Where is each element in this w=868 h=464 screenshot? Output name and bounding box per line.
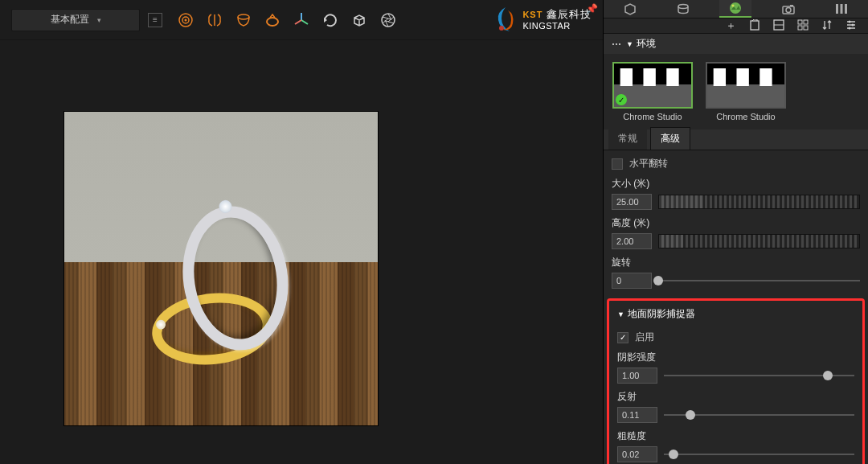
- svg-rect-17: [836, 4, 838, 14]
- svg-rect-23: [798, 20, 802, 24]
- reflect-slider[interactable]: [664, 409, 854, 421]
- tab-environment[interactable]: [719, 0, 751, 18]
- height-bar[interactable]: [658, 234, 860, 248]
- svg-point-10: [499, 26, 504, 31]
- rotate-label: 旋转: [612, 256, 860, 269]
- svg-rect-16: [790, 5, 793, 6]
- render-output: [64, 112, 378, 425]
- flip-checkbox[interactable]: [612, 158, 623, 170]
- strength-input[interactable]: 1.00: [617, 368, 657, 384]
- size-bar[interactable]: [658, 195, 860, 209]
- svg-line-6: [301, 20, 308, 24]
- scan-icon[interactable]: [773, 19, 784, 33]
- axis-icon[interactable]: [293, 11, 310, 29]
- strength-label: 阴影强度: [617, 351, 854, 364]
- tab-scene[interactable]: [614, 0, 646, 18]
- svg-line-7: [295, 20, 301, 24]
- add-icon[interactable]: ＋: [726, 18, 736, 33]
- svg-point-31: [852, 23, 854, 26]
- chevron-down-icon: ▾: [97, 16, 101, 24]
- environment-thumbnails: ✓ Chrome Studio Chrome Studio: [604, 54, 868, 129]
- top-toolbar: 基本配置 ▾ ≡ 📌 KST 鑫辰科技 KINGSTAR: [0, 0, 603, 40]
- enable-label: 启用: [635, 331, 654, 344]
- height-label: 高度 (米): [612, 216, 860, 230]
- aperture-icon[interactable]: [379, 11, 397, 29]
- size-input[interactable]: 25.00: [612, 194, 652, 210]
- svg-point-9: [382, 14, 395, 27]
- svg-rect-25: [798, 26, 802, 30]
- svg-point-11: [678, 5, 688, 9]
- collapse-icon: ▼: [617, 310, 624, 318]
- properties-panel: ＋ ⋯ ▼ 环境 ✓ Chrome Studio Chrome Studio 常…: [603, 0, 868, 464]
- import-icon[interactable]: [749, 19, 760, 33]
- subtab-advanced[interactable]: 高级: [650, 127, 690, 150]
- sort-icon[interactable]: [821, 19, 833, 33]
- size-label: 大小 (米): [612, 177, 860, 191]
- config-dropdown[interactable]: 基本配置 ▾: [11, 9, 140, 31]
- svg-point-15: [786, 8, 791, 13]
- check-icon: ✓: [616, 94, 627, 105]
- rotate-input[interactable]: 0: [612, 273, 652, 289]
- render-viewport[interactable]: [0, 40, 603, 464]
- brand-logo: KST 鑫辰科技 KINGSTAR: [493, 6, 592, 35]
- grid-icon[interactable]: [797, 19, 809, 33]
- svg-point-32: [849, 27, 851, 29]
- box-icon[interactable]: [350, 11, 368, 29]
- dots-icon: ⋯: [612, 39, 623, 50]
- reflect-label: 反射: [617, 390, 854, 404]
- list-icon[interactable]: ≡: [148, 13, 162, 27]
- svg-point-3: [238, 14, 249, 19]
- reflect-input[interactable]: 0.11: [617, 407, 657, 423]
- tab-camera[interactable]: [772, 0, 805, 18]
- env-thumb-1[interactable]: [706, 62, 786, 109]
- target-icon[interactable]: [177, 11, 194, 29]
- rough-label: 粗糙度: [617, 429, 854, 443]
- tab-material[interactable]: [667, 0, 699, 18]
- section-environment[interactable]: ⋯ ▼ 环境: [604, 33, 868, 54]
- pin-icon[interactable]: 📌: [586, 3, 598, 14]
- rough-slider[interactable]: [664, 448, 854, 461]
- svg-rect-20: [751, 21, 759, 30]
- flip-label: 水平翻转: [629, 157, 668, 170]
- section-shadow[interactable]: ▼ 地面阴影捕捉器: [609, 304, 862, 324]
- enable-checkbox[interactable]: ✓: [617, 332, 628, 343]
- collapse-icon: ▼: [626, 40, 633, 48]
- svg-point-2: [185, 18, 187, 21]
- svg-rect-19: [845, 4, 847, 14]
- tab-layout[interactable]: [825, 0, 858, 18]
- rough-input[interactable]: 0.02: [617, 446, 657, 462]
- svg-point-4: [267, 18, 278, 26]
- height-input[interactable]: 2.00: [612, 233, 652, 249]
- refresh-icon[interactable]: [321, 11, 339, 29]
- ring-icon[interactable]: [264, 11, 281, 29]
- filter-icon[interactable]: [845, 19, 857, 33]
- svg-rect-26: [804, 26, 808, 30]
- cup-icon[interactable]: [235, 11, 252, 29]
- svg-rect-18: [841, 4, 843, 14]
- rotate-slider[interactable]: [658, 274, 860, 287]
- svg-rect-24: [804, 20, 808, 24]
- env-thumb-0[interactable]: ✓: [612, 62, 693, 109]
- svg-point-30: [849, 20, 851, 23]
- subtab-general[interactable]: 常规: [608, 128, 647, 150]
- strength-slider[interactable]: [664, 369, 854, 382]
- svg-point-13: [732, 5, 735, 7]
- brain-icon[interactable]: [206, 11, 223, 29]
- config-label: 基本配置: [51, 13, 89, 27]
